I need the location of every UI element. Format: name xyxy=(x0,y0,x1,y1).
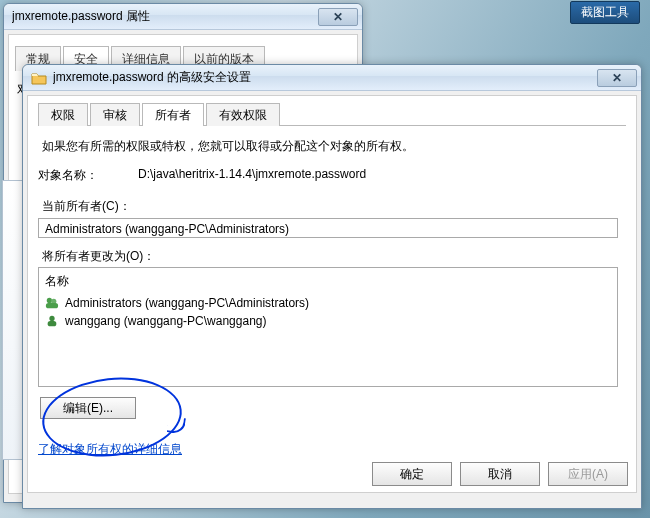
svg-point-0 xyxy=(47,298,52,303)
svg-point-3 xyxy=(49,316,54,321)
owner-list-item[interactable]: Administrators (wanggang-PC\Administrato… xyxy=(45,294,611,312)
object-name-label: 对象名称： xyxy=(38,167,138,184)
svg-rect-2 xyxy=(46,303,58,308)
edit-button[interactable]: 编辑(E)... xyxy=(40,397,136,419)
apply-button[interactable]: 应用(A) xyxy=(548,462,628,486)
close-icon[interactable]: ✕ xyxy=(318,8,358,26)
owner-list-item[interactable]: wanggang (wanggang-PC\wanggang) xyxy=(45,312,611,330)
advanced-title: jmxremote.password 的高级安全设置 xyxy=(53,69,597,86)
advanced-tabs: 权限 审核 所有者 有效权限 xyxy=(38,102,626,126)
owner-list-header: 名称 xyxy=(45,271,611,294)
tab-permissions[interactable]: 权限 xyxy=(38,103,88,126)
crop-tool-badge: 截图工具 xyxy=(570,1,640,24)
current-owner-value: Administrators (wanggang-PC\Administrato… xyxy=(38,218,618,238)
folder-icon xyxy=(31,70,47,86)
owner-list-item-label: wanggang (wanggang-PC\wanggang) xyxy=(65,314,266,328)
object-name-value: D:\java\heritrix-1.14.4\jmxremote.passwo… xyxy=(138,167,366,184)
tab-effective[interactable]: 有效权限 xyxy=(206,103,280,126)
owner-list[interactable]: 名称 Administrators (wanggang-PC\Administr… xyxy=(38,267,618,387)
user-icon xyxy=(45,314,59,328)
current-owner-label: 当前所有者(C)： xyxy=(42,198,622,215)
tab-owner[interactable]: 所有者 xyxy=(142,103,204,126)
svg-rect-4 xyxy=(48,321,57,326)
background-sliver xyxy=(2,180,22,460)
learn-more-link[interactable]: 了解对象所有权的详细信息 xyxy=(38,441,182,458)
ok-button[interactable]: 确定 xyxy=(372,462,452,486)
properties-titlebar[interactable]: jmxremote.password 属性 ✕ xyxy=(4,4,362,30)
advanced-titlebar[interactable]: jmxremote.password 的高级安全设置 ✕ xyxy=(23,65,641,91)
owner-intro-text: 如果您有所需的权限或特权，您就可以取得或分配这个对象的所有权。 xyxy=(42,138,622,155)
cancel-button[interactable]: 取消 xyxy=(460,462,540,486)
group-icon xyxy=(45,296,59,310)
advanced-security-window: jmxremote.password 的高级安全设置 ✕ 权限 审核 所有者 有… xyxy=(22,64,642,509)
dialog-button-row: 确定 取消 应用(A) xyxy=(372,462,628,486)
change-owner-label: 将所有者更改为(O)： xyxy=(42,248,622,265)
properties-title: jmxremote.password 属性 xyxy=(12,8,318,25)
tab-audit[interactable]: 审核 xyxy=(90,103,140,126)
owner-list-item-label: Administrators (wanggang-PC\Administrato… xyxy=(65,296,309,310)
close-icon[interactable]: ✕ xyxy=(597,69,637,87)
